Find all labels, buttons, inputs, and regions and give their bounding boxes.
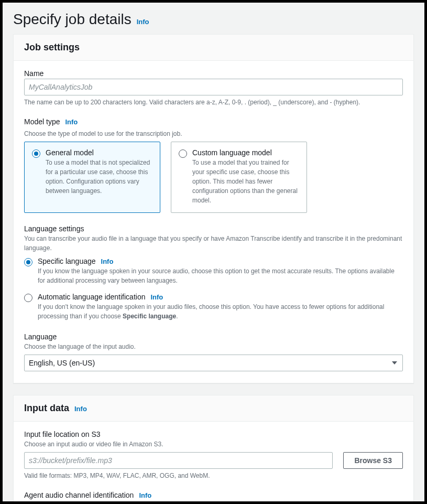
tile-title: Custom language model: [192, 148, 299, 157]
name-hint: The name can be up to 200 characters lon…: [24, 99, 403, 106]
model-type-info-link[interactable]: Info: [65, 118, 78, 126]
name-label: Name: [24, 69, 403, 78]
language-settings-label: Language settings: [24, 224, 403, 233]
s3-formats-hint: Valid file formats: MP3, MP4, WAV, FLAC,…: [24, 472, 403, 479]
tile-desc: To use a model that is not specialized f…: [46, 158, 152, 196]
agent-channel-label: Agent audio channel identification: [24, 491, 134, 499]
language-settings-specific-option[interactable]: Specific language Info If you know the l…: [24, 257, 403, 285]
language-settings-auto-option[interactable]: Automatic language identification Info I…: [24, 293, 403, 321]
model-type-label: Model type: [24, 117, 60, 126]
s3-path-input[interactable]: [24, 452, 333, 469]
tile-desc: To use a model that you trained for your…: [192, 158, 299, 205]
radio-label: Specific language: [38, 257, 96, 265]
language-select[interactable]: English, US (en-US): [24, 355, 403, 371]
agent-channel-info-link[interactable]: Info: [139, 491, 151, 499]
page-title: Specify job details: [13, 11, 132, 28]
radio-icon: [179, 149, 187, 158]
s3-label: Input file location on S3: [24, 430, 403, 438]
job-settings-panel: Job settings Name The name can be up to …: [13, 34, 414, 383]
input-data-panel: Input data Info Input file location on S…: [13, 395, 414, 501]
caret-down-icon: [392, 361, 397, 364]
model-type-custom-tile[interactable]: Custom language model To use a model tha…: [171, 142, 307, 213]
model-type-hint: Choose the type of model to use for the …: [24, 129, 403, 138]
language-label: Language: [24, 333, 403, 341]
page-info-link[interactable]: Info: [137, 18, 149, 26]
radio-label: Automatic language identification: [38, 293, 145, 301]
language-hint: Choose the language of the input audio.: [24, 342, 403, 351]
job-settings-title: Job settings: [24, 42, 80, 53]
radio-desc: If you know the language spoken in your …: [38, 266, 403, 285]
radio-icon: [24, 294, 32, 302]
radio-icon: [32, 149, 40, 158]
radio-desc: If you don't know the language spoken in…: [38, 302, 403, 321]
browse-s3-button[interactable]: Browse S3: [343, 452, 403, 469]
s3-hint: Choose an input audio or video file in A…: [24, 439, 403, 449]
specific-language-info-link[interactable]: Info: [101, 258, 114, 265]
input-data-title: Input data: [24, 403, 69, 414]
radio-icon: [24, 258, 32, 266]
input-data-info-link[interactable]: Info: [74, 405, 87, 413]
auto-language-info-link[interactable]: Info: [150, 293, 163, 301]
model-type-general-tile[interactable]: General model To use a model that is not…: [24, 142, 160, 213]
tile-title: General model: [46, 148, 152, 157]
name-input[interactable]: [24, 79, 403, 95]
language-settings-hint: You can transcribe your audio file in a …: [24, 234, 403, 253]
select-value: English, US (en-US): [29, 359, 95, 367]
